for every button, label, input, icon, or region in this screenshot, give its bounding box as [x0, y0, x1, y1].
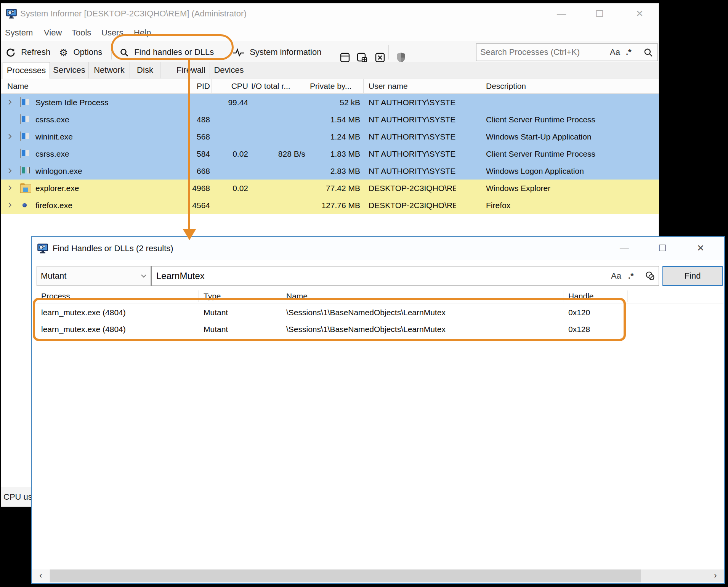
menu-tools[interactable]: Tools: [72, 24, 91, 42]
col-user[interactable]: User name: [369, 79, 408, 94]
toolbar-separator: [388, 45, 389, 59]
results-table-header: Process Type Name Handle: [33, 289, 723, 303]
tab-firewall[interactable]: Firewall: [172, 62, 210, 79]
find-button[interactable]: Find: [662, 266, 723, 286]
object-type-dropdown[interactable]: Mutant: [37, 266, 151, 286]
col-handle[interactable]: Handle: [568, 289, 594, 303]
process-row-csrss-488[interactable]: csrss.exe 488 1.54 MB NT AUTHORITY\SYSTE…: [1, 111, 659, 128]
options-button[interactable]: ⚙ Options: [59, 42, 102, 63]
menu-help[interactable]: Help: [134, 24, 151, 42]
dialog-title: Find Handles or DLLs (2 results): [53, 237, 173, 260]
menu-users[interactable]: Users: [101, 24, 123, 42]
app-logo-icon: [37, 244, 48, 253]
col-cpu[interactable]: CPU: [213, 79, 248, 94]
find-handles-button[interactable]: Find handles or DLLs: [120, 42, 214, 63]
regex-toggle[interactable]: .*: [628, 268, 634, 284]
maximize-button[interactable]: ☐: [586, 3, 613, 24]
result-row-2[interactable]: learn_mutex.exe (4804) Mutant \Sessions\…: [33, 321, 723, 338]
process-icon: [20, 166, 21, 175]
tab-processes[interactable]: Processes: [3, 62, 50, 79]
expand-chevron-icon[interactable]: [8, 168, 12, 174]
scroll-left-arrow[interactable]: ‹: [32, 569, 50, 582]
tab-disk[interactable]: Disk: [130, 62, 160, 79]
tabstrip: Processes Services Network Disk Firewall…: [1, 62, 659, 79]
x-box-icon: [375, 52, 385, 63]
gear-icon: ⚙: [59, 47, 68, 58]
refresh-icon: [6, 48, 16, 58]
process-row-csrss-584[interactable]: csrss.exe 584 0.02 828 B/s 1.83 MB NT AU…: [1, 145, 659, 162]
col-private[interactable]: Private by...: [310, 79, 351, 94]
process-table-header: Name PID CPU I/O total r... Private by..…: [1, 79, 659, 94]
process-row-explorer[interactable]: explorer.exe 4968 0.02 77.42 MB DESKTOP-…: [1, 180, 659, 197]
shield-icon: [396, 52, 406, 63]
search-icon: [120, 48, 129, 57]
tab-devices[interactable]: Devices: [210, 62, 248, 79]
scrollbar-thumb[interactable]: [50, 569, 641, 582]
screenshot-canvas: System Informer [DESKTOP-2C3IQHO\REM] (A…: [0, 0, 728, 587]
expand-chevron-icon[interactable]: [8, 99, 12, 105]
toolbar: Refresh ⚙ Options Find handles or DLLs S…: [1, 42, 659, 62]
search-icon[interactable]: [643, 48, 653, 58]
process-icon: [20, 114, 21, 124]
tab-network[interactable]: Network: [89, 62, 130, 79]
process-icon: [20, 97, 21, 107]
process-row-firefox[interactable]: firefox.exe 4564 127.76 MB DESKTOP-2C3IQ…: [1, 197, 659, 214]
menu-view[interactable]: View: [44, 24, 62, 42]
window-grid-icon: [357, 52, 368, 63]
col-pid[interactable]: PID: [154, 79, 210, 94]
horizontal-scrollbar[interactable]: ‹ ›: [32, 569, 724, 582]
find-search-input[interactable]: [156, 266, 595, 285]
match-case-toggle[interactable]: Aa: [610, 44, 620, 61]
match-case-toggle[interactable]: Aa: [611, 268, 621, 284]
process-icon: [20, 132, 21, 141]
dialog-maximize-button[interactable]: ☐: [650, 237, 675, 260]
col-io[interactable]: I/O total r...: [251, 79, 290, 94]
dialog-titlebar: Find Handles or DLLs (2 results) — ☐ ✕: [32, 237, 724, 260]
scroll-right-arrow[interactable]: ›: [707, 569, 724, 582]
col-name[interactable]: Name: [7, 79, 29, 94]
refresh-button[interactable]: Refresh: [6, 42, 50, 63]
process-search-box: Aa .*: [476, 43, 658, 61]
menubar: System View Tools Users Help: [1, 24, 659, 42]
chevron-down-icon: [141, 274, 147, 278]
find-handles-dialog: Find Handles or DLLs (2 results) — ☐ ✕ M…: [31, 236, 725, 584]
dropdown-value: Mutant: [41, 266, 66, 285]
find-search-box: Aa .*: [151, 266, 659, 286]
expand-chevron-icon[interactable]: [8, 185, 12, 191]
result-row-1[interactable]: learn_mutex.exe (4804) Mutant \Sessions\…: [33, 304, 723, 321]
expand-chevron-icon[interactable]: [8, 133, 12, 140]
expand-chevron-icon[interactable]: [8, 202, 12, 208]
col-name[interactable]: Name: [286, 289, 308, 303]
window-icon: [340, 52, 350, 63]
col-type[interactable]: Type: [204, 289, 221, 303]
search-cancel-icon[interactable]: [645, 271, 656, 281]
app-logo-icon: [6, 9, 17, 19]
regex-toggle[interactable]: .*: [626, 44, 632, 61]
col-description[interactable]: Description: [486, 79, 526, 94]
system-information-button[interactable]: System information: [233, 42, 321, 63]
titlebar: System Informer [DESKTOP-2C3IQHO\REM] (A…: [1, 3, 659, 24]
activity-pulse-icon: [233, 48, 244, 57]
window-title: System Informer [DESKTOP-2C3IQHO\REM] (A…: [20, 3, 247, 24]
status-text: CPU us: [3, 487, 32, 507]
dialog-close-button[interactable]: ✕: [688, 237, 713, 260]
process-icon: [20, 149, 21, 158]
dialog-minimize-button[interactable]: —: [612, 237, 637, 260]
toolbar-separator: [111, 45, 112, 59]
process-row-system-idle[interactable]: System Idle Process 99.44 52 kB NT AUTHO…: [1, 94, 659, 111]
process-row-wininit[interactable]: wininit.exe 568 1.24 MB NT AUTHORITY\SYS…: [1, 128, 659, 145]
close-button[interactable]: ✕: [626, 3, 653, 24]
minimize-button[interactable]: —: [548, 3, 575, 24]
search-processes-input[interactable]: [480, 44, 602, 61]
tab-services[interactable]: Services: [50, 62, 89, 79]
menu-system[interactable]: System: [5, 24, 33, 42]
toolbar-separator: [334, 45, 334, 59]
col-process[interactable]: Process: [41, 289, 70, 303]
process-row-winlogon[interactable]: winlogon.exe 668 2.83 MB NT AUTHORITY\SY…: [1, 162, 659, 180]
